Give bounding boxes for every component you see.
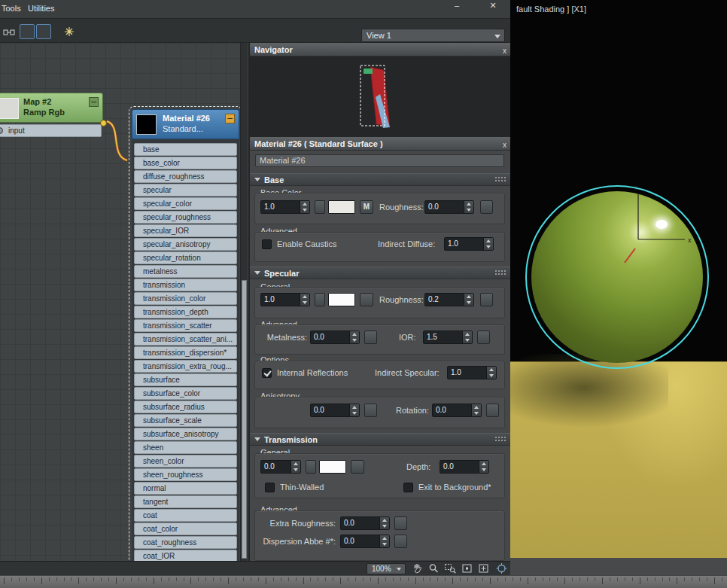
pan-zoom-all-icon[interactable]: [495, 562, 510, 574]
zoom-extents-icon[interactable]: [461, 562, 475, 574]
indirect-specular-spinner[interactable]: 1.0: [447, 366, 497, 379]
params-header[interactable]: Material #26 ( Standard Surface ) x: [250, 137, 510, 151]
thin-walled-checkbox[interactable]: [265, 483, 275, 492]
metalness-spinner[interactable]: 0.0: [310, 331, 360, 344]
material-slot-transmission_depth[interactable]: transmission_depth: [134, 306, 237, 318]
specular-color-map-button[interactable]: [360, 293, 373, 306]
spinner-arrows-icon[interactable]: [379, 535, 389, 547]
node-editor-scrollbar[interactable]: [240, 43, 248, 561]
spinner-arrows-icon[interactable]: [464, 201, 473, 213]
material-slot-subsurface[interactable]: subsurface: [134, 373, 237, 386]
transmission-color-map-button[interactable]: [351, 460, 364, 474]
zoom-tool-icon[interactable]: [427, 562, 442, 574]
material-slot-specular_IOR[interactable]: specular_IOR: [134, 224, 237, 237]
material-slot-specular_rotation[interactable]: specular_rotation: [134, 251, 237, 264]
base-color-swatch[interactable]: [328, 200, 355, 214]
rollout-transmission[interactable]: Transmission: [250, 433, 510, 446]
material-slot-subsurface_anisotropy[interactable]: subsurface_anisotropy: [134, 428, 237, 440]
rollout-base[interactable]: Base: [250, 173, 510, 186]
scrollbar-thumb[interactable]: [242, 280, 247, 559]
map-collapse-button[interactable]: –: [89, 97, 99, 107]
specular-roughness-spinner[interactable]: 0.2: [424, 293, 474, 306]
material-name-field[interactable]: Material #26: [255, 154, 504, 167]
trackbar-ticks[interactable]: [0, 575, 727, 588]
metalness-map-button[interactable]: [364, 331, 377, 344]
indirect-diffuse-spinner[interactable]: 1.0: [444, 237, 494, 251]
spinner-arrows-icon[interactable]: [479, 461, 488, 473]
spinner-arrows-icon[interactable]: [483, 238, 493, 250]
material-slot-transmission_extra_roug...[interactable]: transmission_extra_roug...: [134, 360, 237, 373]
material-node[interactable]: Material #26 Standard... – basebase_colo…: [132, 109, 239, 561]
material-slot-coat_color[interactable]: coat_color: [134, 522, 237, 535]
map-node[interactable]: Map #2 Ramp Rgb – input: [0, 93, 103, 138]
navigator-header[interactable]: Navigator x: [250, 43, 510, 56]
navigator-content[interactable]: [250, 56, 510, 137]
map-output-socket[interactable]: [100, 120, 107, 126]
spinner-arrows-icon[interactable]: [471, 404, 481, 416]
material-slot-transmission_dispersion*[interactable]: transmission_dispersion*: [134, 346, 237, 359]
menu-utilities[interactable]: Utilities: [28, 4, 54, 13]
material-slot-sheen_color[interactable]: sheen_color: [134, 455, 237, 468]
material-slot-diffuse_roughness[interactable]: diffuse_roughness: [134, 170, 237, 183]
transmission-weight-spinner[interactable]: 0.0: [260, 460, 301, 474]
spinner-arrows-icon[interactable]: [349, 404, 359, 416]
ior-map-button[interactable]: [477, 331, 490, 344]
material-slot-specular_roughness[interactable]: specular_roughness: [134, 211, 237, 224]
spinner-arrows-icon[interactable]: [300, 294, 309, 306]
material-slot-specular_color[interactable]: specular_color: [134, 197, 237, 210]
rotation-map-button[interactable]: [486, 404, 499, 417]
rotation-spinner[interactable]: 0.0: [432, 404, 482, 417]
material-slot-tangent[interactable]: tangent: [134, 495, 237, 508]
material-slot-specular[interactable]: specular: [134, 184, 237, 197]
base-roughness-map-button[interactable]: [480, 200, 493, 214]
material-collapse-button[interactable]: –: [225, 114, 235, 123]
anisotropy-map-button[interactable]: [364, 404, 377, 417]
view-select[interactable]: View 1: [361, 29, 505, 42]
rollout-specular[interactable]: Specular: [250, 267, 510, 279]
dispersion-abbe-spinner[interactable]: 0.0: [340, 535, 390, 548]
material-slot-transmission_scatter[interactable]: transmission_scatter: [134, 319, 237, 332]
spinner-arrows-icon[interactable]: [486, 367, 496, 379]
base-color-map-button[interactable]: M: [360, 200, 373, 214]
spinner-arrows-icon[interactable]: [379, 517, 389, 529]
material-slot-base_color[interactable]: base_color: [134, 157, 237, 169]
specular-weight-map-button[interactable]: [315, 293, 325, 306]
material-slot-subsurface_scale[interactable]: subsurface_scale: [134, 414, 237, 427]
specular-roughness-map-button[interactable]: [480, 293, 493, 306]
spinner-arrows-icon[interactable]: [349, 331, 359, 343]
material-slot-transmission_color[interactable]: transmission_color: [134, 292, 237, 305]
material-slot-coat[interactable]: coat: [134, 509, 237, 522]
map-node-header[interactable]: Map #2 Ramp Rgb –: [0, 93, 103, 123]
material-slot-metalness[interactable]: metalness: [134, 265, 237, 278]
extra-roughness-spinner[interactable]: 0.0: [340, 516, 390, 530]
material-slot-subsurface_radius[interactable]: subsurface_radius: [134, 401, 237, 413]
params-close-button[interactable]: x: [503, 139, 506, 152]
node-connector-icon[interactable]: [3, 26, 15, 38]
material-slot-sheen[interactable]: sheen: [134, 441, 237, 454]
ior-spinner[interactable]: 1.5: [423, 331, 473, 344]
internal-reflections-checkbox[interactable]: [262, 368, 272, 378]
anisotropy-spinner[interactable]: 0.0: [310, 404, 360, 417]
base-roughness-spinner[interactable]: 0.0: [424, 200, 474, 214]
material-slot-normal[interactable]: normal: [134, 482, 237, 495]
spinner-arrows-icon[interactable]: [300, 201, 309, 213]
render-viewport[interactable]: z x fault Shading ] [X1]: [510, 0, 727, 558]
menu-tools[interactable]: Tools: [2, 4, 21, 13]
dot-grid-layout-button[interactable]: [20, 24, 35, 39]
close-window-button[interactable]: ✕: [488, 1, 498, 11]
material-slot-specular_anisotropy[interactable]: specular_anisotropy: [134, 238, 237, 251]
material-slot-base[interactable]: base: [134, 143, 237, 156]
specular-color-swatch[interactable]: [328, 293, 355, 306]
node-editor[interactable]: Map #2 Ramp Rgb – input Material #26 Sta…: [0, 43, 248, 561]
zoom-select[interactable]: 100%: [367, 563, 406, 574]
specular-weight-spinner[interactable]: 1.0: [260, 293, 310, 306]
transmission-color-swatch[interactable]: [319, 460, 346, 474]
enable-caustics-checkbox[interactable]: [262, 239, 272, 249]
dispersion-abbe-map-button[interactable]: [394, 535, 407, 548]
material-slot-coat_roughness[interactable]: coat_roughness: [134, 536, 237, 549]
transmission-weight-map-button[interactable]: [306, 460, 316, 474]
extra-roughness-map-button[interactable]: [394, 516, 407, 530]
zoom-extents-selected-icon[interactable]: [477, 562, 491, 574]
base-weight-spinner[interactable]: 1.0: [260, 200, 310, 214]
material-slot-transmission_scatter_ani...[interactable]: transmission_scatter_ani...: [134, 333, 237, 346]
